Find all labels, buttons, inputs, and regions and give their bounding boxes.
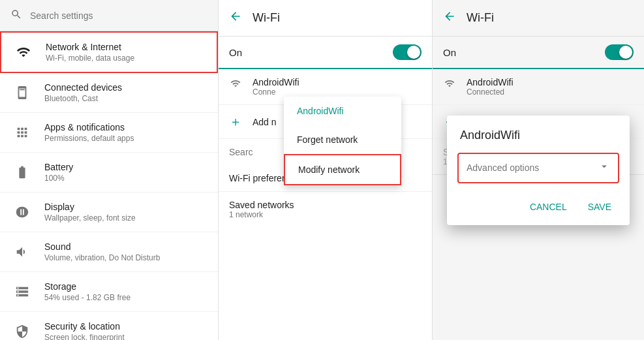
middle-saved-count: 1 network xyxy=(229,210,422,219)
middle-title: Wi-Fi xyxy=(253,11,280,25)
middle-wifi-name: AndroidWifi xyxy=(253,77,299,87)
settings-item-battery[interactable]: Battery 100% xyxy=(0,153,218,193)
display-icon xyxy=(10,200,34,224)
context-menu-forget[interactable]: Forget network xyxy=(284,125,401,154)
sound-item-text: Sound Volume, vibration, Do Not Disturb xyxy=(44,241,160,262)
search-icon xyxy=(10,8,22,23)
middle-wifi-status: Conne xyxy=(253,87,299,97)
storage-subtitle: 54% used - 1.82 GB free xyxy=(44,293,130,302)
connected-subtitle: Bluetooth, Cast xyxy=(44,94,122,103)
network-subtitle: Wi-Fi, mobile, data usage xyxy=(46,54,134,63)
storage-item-text: Storage 54% used - 1.82 GB free xyxy=(44,281,130,302)
security-icon xyxy=(10,320,34,340)
battery-item-text: Battery 100% xyxy=(44,162,73,183)
modal-dialog: AndroidWifi Advanced options CANCEL SAVE xyxy=(447,116,630,225)
settings-list: Network & Internet Wi-Fi, mobile, data u… xyxy=(0,31,218,340)
context-menu-modify[interactable]: Modify network xyxy=(284,154,401,185)
network-icon xyxy=(12,40,35,64)
security-title: Security & location xyxy=(44,321,125,332)
network-title: Network & Internet xyxy=(46,42,134,52)
connected-item-text: Connected devices Bluetooth, Cast xyxy=(44,82,122,103)
storage-title: Storage xyxy=(44,281,130,292)
settings-item-network[interactable]: Network & Internet Wi-Fi, mobile, data u… xyxy=(0,31,218,73)
connected-title: Connected devices xyxy=(44,82,122,93)
context-menu-androidwifi[interactable]: AndroidWifi xyxy=(284,97,401,125)
battery-icon xyxy=(10,161,34,184)
display-subtitle: Wallpaper, sleep, font size xyxy=(44,213,136,223)
middle-toggle-switch[interactable] xyxy=(393,44,422,60)
right-panel: Wi-Fi On AndroidWifi Connected ＋ Add net… xyxy=(433,0,644,340)
storage-icon xyxy=(10,280,34,303)
sound-subtitle: Volume, vibration, Do Not Disturb xyxy=(44,253,160,262)
middle-header: Wi-Fi xyxy=(219,0,432,37)
middle-toggle-row: On xyxy=(219,37,432,69)
battery-title: Battery xyxy=(44,162,73,172)
middle-toggle-label: On xyxy=(229,47,393,58)
context-menu: AndroidWifi Forget network Modify networ… xyxy=(284,97,401,185)
middle-back-icon[interactable] xyxy=(229,10,242,26)
middle-panel: Wi-Fi On AndroidWifi Conne ＋ Add n Searc… xyxy=(219,0,433,340)
apps-title: Apps & notifications xyxy=(44,122,134,132)
apps-item-text: Apps & notifications Permissions, defaul… xyxy=(44,122,134,143)
left-panel: Network & Internet Wi-Fi, mobile, data u… xyxy=(0,0,219,340)
sound-icon xyxy=(10,240,34,264)
middle-wifi-text: AndroidWifi Conne xyxy=(253,77,299,97)
modal-save-button[interactable]: SAVE xyxy=(580,196,619,217)
modal-field-label: Advanced options xyxy=(467,162,539,173)
apps-subtitle: Permissions, default apps xyxy=(44,134,134,143)
settings-item-sound[interactable]: Sound Volume, vibration, Do Not Disturb xyxy=(0,232,218,272)
connected-icon xyxy=(10,81,34,104)
security-item-text: Security & location Screen lock, fingerp… xyxy=(44,321,125,340)
battery-subtitle: 100% xyxy=(44,174,73,183)
settings-item-security[interactable]: Security & location Screen lock, fingerp… xyxy=(0,312,218,340)
display-title: Display xyxy=(44,202,136,212)
settings-item-apps[interactable]: Apps & notifications Permissions, defaul… xyxy=(0,113,218,153)
plus-icon: ＋ xyxy=(229,113,242,131)
modal-actions: CANCEL SAVE xyxy=(447,189,630,225)
middle-saved-networks[interactable]: Saved networks 1 network xyxy=(219,192,432,227)
security-subtitle: Screen lock, fingerprint xyxy=(44,333,125,340)
settings-item-display[interactable]: Display Wallpaper, sleep, font size xyxy=(0,193,218,232)
sound-title: Sound xyxy=(44,241,160,252)
settings-item-storage[interactable]: Storage 54% used - 1.82 GB free xyxy=(0,272,218,312)
network-item-text: Network & Internet Wi-Fi, mobile, data u… xyxy=(46,42,134,63)
display-item-text: Display Wallpaper, sleep, font size xyxy=(44,202,136,223)
modal-cancel-button[interactable]: CANCEL xyxy=(522,196,575,217)
middle-add-text: Add n xyxy=(253,117,277,127)
modal-title: AndroidWifi xyxy=(447,116,630,147)
search-input[interactable] xyxy=(30,10,207,21)
chevron-down-icon xyxy=(598,161,610,176)
apps-icon xyxy=(10,121,34,144)
search-bar xyxy=(0,0,218,31)
modal-overlay: AndroidWifi Advanced options CANCEL SAVE xyxy=(433,0,644,340)
settings-item-connected[interactable]: Connected devices Bluetooth, Cast xyxy=(0,73,218,113)
middle-wifi-icon xyxy=(229,78,242,92)
modal-field[interactable]: Advanced options xyxy=(457,153,619,183)
middle-saved-title: Saved networks xyxy=(229,200,422,210)
